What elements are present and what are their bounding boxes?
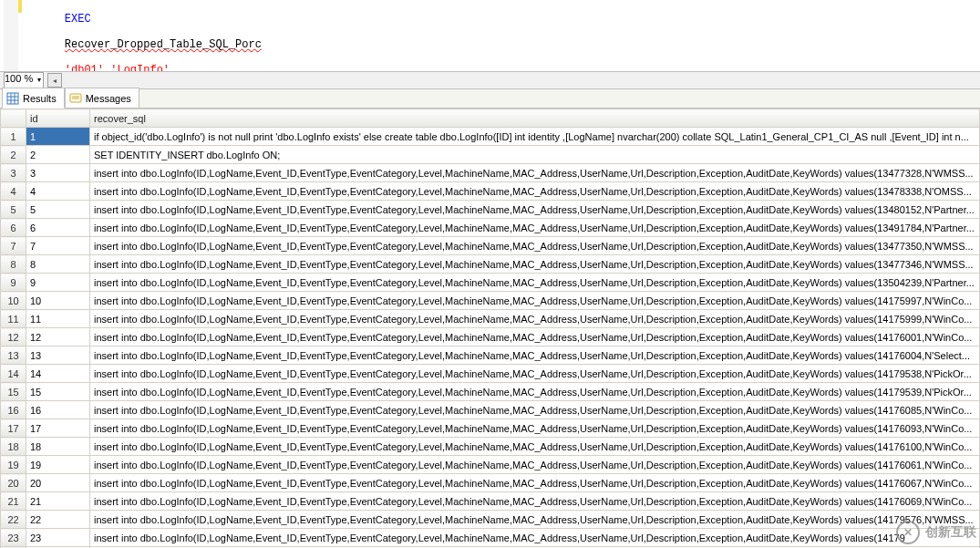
table-row[interactable]: 1111insert into dbo.LogInfo(ID,LogName,E… [1, 310, 980, 328]
row-header[interactable]: 8 [1, 255, 26, 274]
table-row[interactable]: 1010insert into dbo.LogInfo(ID,LogName,E… [1, 292, 980, 310]
cell-id[interactable]: 16 [26, 401, 90, 419]
zoom-select[interactable]: 100 % ▾ [4, 72, 44, 88]
cell-id[interactable]: 3 [26, 164, 90, 182]
table-row[interactable]: 99insert into dbo.LogInfo(ID,LogName,Eve… [1, 274, 980, 292]
table-row[interactable]: 2020insert into dbo.LogInfo(ID,LogName,E… [1, 474, 980, 492]
row-header[interactable]: 23 [1, 529, 26, 547]
row-header[interactable]: 12 [1, 328, 26, 346]
cell-id[interactable]: 7 [26, 237, 90, 255]
row-header[interactable]: 19 [1, 456, 26, 474]
cell-recover-sql[interactable]: insert into dbo.LogInfo(ID,LogName,Event… [90, 328, 980, 346]
cell-recover-sql[interactable]: insert into dbo.LogInfo(ID,LogName,Event… [90, 310, 980, 328]
cell-id[interactable]: 19 [26, 456, 90, 474]
table-row[interactable]: 1414insert into dbo.LogInfo(ID,LogName,E… [1, 365, 980, 383]
table-row[interactable]: 1919insert into dbo.LogInfo(ID,LogName,E… [1, 456, 980, 474]
table-row[interactable]: 1212insert into dbo.LogInfo(ID,LogName,E… [1, 328, 980, 346]
cell-recover-sql[interactable]: insert into dbo.LogInfo(ID,LogName,Event… [90, 164, 980, 182]
table-row[interactable]: 66insert into dbo.LogInfo(ID,LogName,Eve… [1, 219, 980, 237]
table-row[interactable]: 33insert into dbo.LogInfo(ID,LogName,Eve… [1, 164, 980, 182]
cell-recover-sql[interactable]: insert into dbo.LogInfo(ID,LogName,Event… [90, 182, 980, 201]
cell-recover-sql[interactable]: insert into dbo.LogInfo(ID,LogName,Event… [90, 492, 980, 511]
cell-recover-sql[interactable]: insert into dbo.LogInfo(ID,LogName,Event… [90, 419, 980, 438]
table-row[interactable]: 22SET IDENTITY_INSERT dbo.LogInfo ON; [1, 146, 980, 164]
table-row[interactable]: 2222insert into dbo.LogInfo(ID,LogName,E… [1, 511, 980, 529]
cell-recover-sql[interactable]: SET IDENTITY_INSERT dbo.LogInfo ON; [90, 146, 980, 164]
cell-id[interactable]: 18 [26, 438, 90, 456]
row-header[interactable]: 16 [1, 401, 26, 419]
table-row[interactable]: 1515insert into dbo.LogInfo(ID,LogName,E… [1, 383, 980, 401]
cell-id[interactable]: 11 [26, 310, 90, 328]
row-header[interactable]: 22 [1, 511, 26, 529]
table-row[interactable]: 55insert into dbo.LogInfo(ID,LogName,Eve… [1, 201, 980, 219]
row-header[interactable]: 13 [1, 346, 26, 365]
hscroll-left-button[interactable]: ◂ [47, 73, 62, 88]
col-header-id[interactable]: id [26, 109, 90, 128]
cell-recover-sql[interactable]: insert into dbo.LogInfo(ID,LogName,Event… [90, 237, 980, 255]
cell-recover-sql[interactable]: insert into dbo.LogInfo(ID,LogName,Event… [90, 346, 980, 365]
table-row[interactable]: 1616insert into dbo.LogInfo(ID,LogName,E… [1, 401, 980, 419]
cell-id[interactable]: 14 [26, 365, 90, 383]
row-header[interactable]: 11 [1, 310, 26, 328]
row-header[interactable]: 10 [1, 292, 26, 310]
cell-recover-sql[interactable]: insert into dbo.LogInfo(ID,LogName,Event… [90, 474, 980, 492]
table-row[interactable]: 77insert into dbo.LogInfo(ID,LogName,Eve… [1, 237, 980, 255]
table-row[interactable]: 1313insert into dbo.LogInfo(ID,LogName,E… [1, 346, 980, 365]
cell-id[interactable]: 20 [26, 474, 90, 492]
table-row[interactable]: 44insert into dbo.LogInfo(ID,LogName,Eve… [1, 182, 980, 201]
cell-id[interactable]: 12 [26, 328, 90, 346]
cell-id[interactable]: 4 [26, 182, 90, 201]
cell-id[interactable]: 17 [26, 419, 90, 438]
table-row[interactable]: 88insert into dbo.LogInfo(ID,LogName,Eve… [1, 255, 980, 274]
row-header[interactable]: 5 [1, 201, 26, 219]
table-row[interactable]: 11if object_id('dbo.LogInfo') is not nul… [1, 128, 980, 146]
row-header[interactable]: 9 [1, 274, 26, 292]
row-header[interactable]: 18 [1, 438, 26, 456]
cell-recover-sql[interactable]: insert into dbo.LogInfo(ID,LogName,Event… [90, 511, 980, 529]
table-row[interactable]: 2121insert into dbo.LogInfo(ID,LogName,E… [1, 492, 980, 511]
table-row[interactable]: 2323insert into dbo.LogInfo(ID,LogName,E… [1, 529, 980, 547]
grid-corner[interactable] [1, 109, 26, 128]
cell-id[interactable]: 9 [26, 274, 90, 292]
cell-recover-sql[interactable]: insert into dbo.LogInfo(ID,LogName,Event… [90, 201, 980, 219]
cell-id[interactable]: 21 [26, 492, 90, 511]
row-header[interactable]: 15 [1, 383, 26, 401]
row-header[interactable]: 14 [1, 365, 26, 383]
cell-id[interactable]: 13 [26, 346, 90, 365]
cell-recover-sql[interactable]: insert into dbo.LogInfo(ID,LogName,Event… [90, 438, 980, 456]
cell-recover-sql[interactable]: insert into dbo.LogInfo(ID,LogName,Event… [90, 401, 980, 419]
results-grid[interactable]: id recover_sql 11if object_id('dbo.LogIn… [0, 109, 980, 548]
cell-id[interactable]: 6 [26, 219, 90, 237]
cell-id[interactable]: 5 [26, 201, 90, 219]
cell-recover-sql[interactable]: if object_id('dbo.LogInfo') is not null … [90, 128, 980, 146]
cell-recover-sql[interactable]: insert into dbo.LogInfo(ID,LogName,Event… [90, 383, 980, 401]
row-header[interactable]: 7 [1, 237, 26, 255]
tab-messages[interactable]: Messages [65, 88, 139, 108]
cell-recover-sql[interactable]: insert into dbo.LogInfo(ID,LogName,Event… [90, 219, 980, 237]
tab-results[interactable]: Results [2, 88, 65, 109]
cell-id[interactable]: 15 [26, 383, 90, 401]
cell-recover-sql[interactable]: insert into dbo.LogInfo(ID,LogName,Event… [90, 274, 980, 292]
cell-recover-sql[interactable]: insert into dbo.LogInfo(ID,LogName,Event… [90, 456, 980, 474]
row-header[interactable]: 2 [1, 146, 26, 164]
table-row[interactable]: 1717insert into dbo.LogInfo(ID,LogName,E… [1, 419, 980, 438]
cell-id[interactable]: 23 [26, 529, 90, 547]
row-header[interactable]: 6 [1, 219, 26, 237]
cell-recover-sql[interactable]: insert into dbo.LogInfo(ID,LogName,Event… [90, 365, 980, 383]
row-header[interactable]: 17 [1, 419, 26, 438]
cell-id[interactable]: 1 [26, 128, 90, 146]
row-header[interactable]: 20 [1, 474, 26, 492]
cell-id[interactable]: 22 [26, 511, 90, 529]
cell-id[interactable]: 2 [26, 146, 90, 164]
cell-recover-sql[interactable]: insert into dbo.LogInfo(ID,LogName,Event… [90, 529, 980, 547]
row-header[interactable]: 3 [1, 164, 26, 182]
row-header[interactable]: 4 [1, 182, 26, 201]
cell-recover-sql[interactable]: insert into dbo.LogInfo(ID,LogName,Event… [90, 255, 980, 274]
row-header[interactable]: 1 [1, 128, 26, 146]
table-row[interactable]: 1818insert into dbo.LogInfo(ID,LogName,E… [1, 438, 980, 456]
cell-recover-sql[interactable]: insert into dbo.LogInfo(ID,LogName,Event… [90, 292, 980, 310]
cell-id[interactable]: 10 [26, 292, 90, 310]
results-grid-wrap[interactable]: id recover_sql 11if object_id('dbo.LogIn… [0, 109, 980, 548]
col-header-recover-sql[interactable]: recover_sql [90, 109, 980, 128]
cell-id[interactable]: 8 [26, 255, 90, 274]
